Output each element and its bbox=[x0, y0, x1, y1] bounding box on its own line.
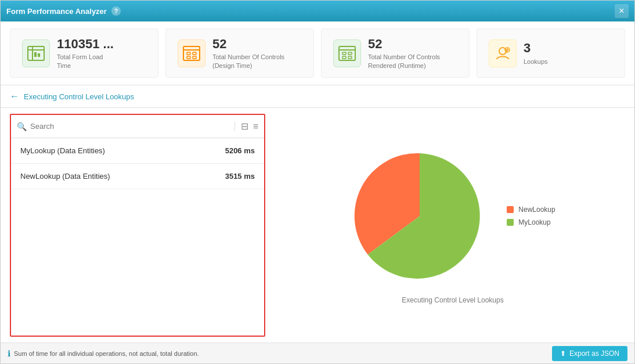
list-item-name: NewLookup (Data Entities) bbox=[20, 172, 110, 181]
stat-text-lookups: 3Lookups bbox=[524, 41, 548, 66]
filter-icon[interactable]: ⊟ bbox=[241, 121, 248, 132]
svg-rect-16 bbox=[348, 56, 352, 59]
right-panel: NewLookupMyLookup Executing Control Leve… bbox=[271, 108, 634, 343]
titlebar-left: Form Performance Analyzer ? bbox=[6, 6, 121, 16]
legend-item: NewLookup bbox=[507, 206, 555, 214]
stat-text-controls-runtime: 52Total Number Of ControlsRendered (Runt… bbox=[368, 37, 440, 70]
legend-color-dot bbox=[507, 206, 514, 213]
list-item-value: 5206 ms bbox=[225, 146, 255, 155]
svg-rect-9 bbox=[187, 56, 190, 59]
search-actions: ⊟ ≡ bbox=[235, 121, 264, 132]
stat-card-controls-design-time: 52Total Number Of Controls(Design Time) bbox=[165, 28, 314, 78]
app-window: Form Performance Analyzer ? × 110351 ...… bbox=[0, 0, 635, 364]
svg-rect-14 bbox=[348, 52, 352, 55]
export-label: Export as JSON bbox=[569, 349, 619, 358]
list-item-value: 3515 ms bbox=[225, 172, 255, 181]
back-arrow-icon[interactable]: ← bbox=[10, 91, 19, 102]
svg-rect-3 bbox=[34, 52, 37, 57]
pie-chart bbox=[350, 146, 489, 286]
chart-legend: NewLookupMyLookup bbox=[507, 206, 555, 226]
stat-label-lookups: Lookups bbox=[524, 57, 548, 66]
breadcrumb-text: Executing Control Level Lookups bbox=[24, 92, 134, 101]
titlebar: Form Performance Analyzer ? × bbox=[1, 1, 634, 21]
stat-value-lookups: 3 bbox=[524, 41, 548, 56]
svg-rect-10 bbox=[193, 56, 196, 59]
search-icon: 🔍 bbox=[17, 122, 27, 131]
stat-value-controls-runtime: 52 bbox=[368, 37, 440, 52]
main-content: 🔍 ⊟ ≡ MyLookup (Data Entities)5206 msNew… bbox=[1, 108, 634, 343]
footer-info-text: Sum of time for all individual operation… bbox=[14, 350, 199, 357]
svg-rect-13 bbox=[342, 52, 346, 55]
breadcrumb: ← Executing Control Level Lookups bbox=[1, 85, 634, 108]
pie-svg bbox=[350, 146, 489, 286]
stat-icon-controls-runtime bbox=[333, 39, 361, 67]
export-icon: ⬆ bbox=[560, 349, 566, 358]
close-button[interactable]: × bbox=[615, 4, 629, 18]
legend-label: NewLookup bbox=[518, 206, 555, 214]
content-area: ← Executing Control Level Lookups 🔍 ⊟ ≡ bbox=[1, 85, 634, 343]
stat-card-total-form-load-time: 110351 ...Total Form LoadTime bbox=[10, 28, 158, 78]
list-item-name: MyLookup (Data Entities) bbox=[20, 146, 105, 155]
svg-rect-8 bbox=[193, 52, 196, 55]
pie-and-legend: NewLookupMyLookup bbox=[350, 146, 555, 286]
lookup-list: MyLookup (Data Entities)5206 msNewLookup… bbox=[11, 138, 264, 336]
svg-rect-11 bbox=[339, 46, 355, 60]
stat-label-controls-runtime: Total Number Of ControlsRendered (Runtim… bbox=[368, 53, 440, 70]
left-panel: 🔍 ⊟ ≡ MyLookup (Data Entities)5206 msNew… bbox=[10, 114, 265, 337]
export-button[interactable]: ⬆ Export as JSON bbox=[552, 346, 627, 361]
stat-icon-total-form-load-time bbox=[22, 39, 50, 67]
list-item[interactable]: NewLookup (Data Entities)3515 ms bbox=[11, 164, 264, 189]
stat-card-controls-runtime: 52Total Number Of ControlsRendered (Runt… bbox=[321, 28, 470, 78]
stat-card-lookups: 3Lookups bbox=[477, 28, 625, 78]
stat-text-controls-design-time: 52Total Number Of Controls(Design Time) bbox=[212, 37, 284, 70]
search-input[interactable] bbox=[30, 122, 229, 131]
stat-icon-lookups bbox=[489, 39, 517, 67]
svg-rect-7 bbox=[187, 52, 190, 55]
legend-item: MyLookup bbox=[507, 218, 555, 226]
stat-value-controls-design-time: 52 bbox=[212, 37, 284, 52]
sort-icon[interactable]: ≡ bbox=[253, 121, 258, 132]
svg-rect-4 bbox=[38, 53, 40, 57]
search-input-wrap: 🔍 bbox=[11, 122, 235, 131]
legend-label: MyLookup bbox=[518, 218, 550, 226]
stat-text-total-form-load-time: 110351 ...Total Form LoadTime bbox=[57, 37, 114, 70]
stats-bar: 110351 ...Total Form LoadTime 52Total Nu… bbox=[1, 21, 634, 85]
svg-rect-15 bbox=[342, 56, 346, 59]
stat-label-controls-design-time: Total Number Of Controls(Design Time) bbox=[212, 53, 284, 70]
app-title: Form Performance Analyzer bbox=[6, 7, 107, 16]
info-icon: ℹ bbox=[8, 349, 10, 358]
stat-icon-controls-design-time bbox=[178, 39, 205, 67]
legend-color-dot bbox=[507, 219, 514, 226]
search-bar: 🔍 ⊟ ≡ bbox=[11, 115, 264, 138]
help-button[interactable]: ? bbox=[111, 6, 121, 16]
list-item[interactable]: MyLookup (Data Entities)5206 ms bbox=[11, 138, 264, 164]
stat-label-total-form-load-time: Total Form LoadTime bbox=[57, 53, 114, 70]
chart-title: Executing Control Level Lookups bbox=[402, 296, 503, 304]
stat-value-total-form-load-time: 110351 ... bbox=[57, 37, 114, 52]
svg-rect-5 bbox=[183, 46, 200, 60]
footer-info: ℹ Sum of time for all individual operati… bbox=[8, 349, 199, 358]
pie-chart-wrap: NewLookupMyLookup Executing Control Leve… bbox=[350, 146, 555, 304]
footer: ℹ Sum of time for all individual operati… bbox=[1, 343, 634, 363]
